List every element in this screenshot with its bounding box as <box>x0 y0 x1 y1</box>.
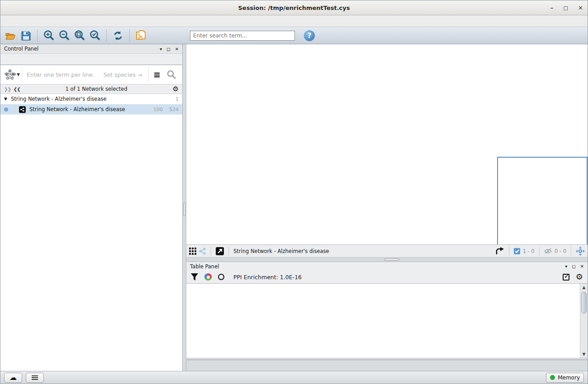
control-panel-tabs <box>0 54 182 65</box>
filter-icon[interactable] <box>191 273 198 281</box>
draw-ring-icon[interactable] <box>218 274 224 280</box>
memory-status-dot <box>550 375 555 380</box>
network-selection-status: 1 of 1 Network selected <box>20 86 173 92</box>
network-tree: ▼ String Network - Alzheimer's disease 1… <box>0 94 182 371</box>
horizontal-splitter[interactable] <box>186 258 588 262</box>
table-vertical-scrollbar[interactable]: ▲ ▼ <box>580 284 588 358</box>
zoom-fit-icon[interactable] <box>73 29 86 42</box>
birds-eye-view[interactable] <box>497 157 588 245</box>
expand-all-icon[interactable]: ❮❮ <box>14 87 20 92</box>
species-hint[interactable]: Set species → <box>103 71 148 78</box>
scroll-up-icon[interactable]: ▲ <box>580 284 588 291</box>
table-panel-collapse-icon[interactable]: ▾ <box>565 264 567 269</box>
maximize-button[interactable]: ◻ <box>563 5 568 11</box>
table-panel-close-icon[interactable]: ✕ <box>580 264 584 269</box>
application-window: Session: /tmp/enrichmentTest.cys – ◻ ✕ <box>0 0 588 384</box>
string-logo-icon[interactable]: STRING ▼ <box>2 67 22 82</box>
export-network-icon[interactable] <box>495 247 504 255</box>
string-menu-icon[interactable]: ≡ <box>153 70 161 79</box>
zoom-in-icon[interactable] <box>43 29 55 42</box>
clone-network-icon[interactable] <box>135 29 147 42</box>
string-network-icon <box>19 106 26 113</box>
network-collection-row[interactable]: ▼ String Network - Alzheimer's disease 1 <box>0 94 182 104</box>
ppi-enrichment-value: PPI Enrichment: 1.0E-16 <box>233 274 556 281</box>
network-view-title: String Network - Alzheimer's disease <box>233 248 493 254</box>
control-panel-title: Control Panel <box>4 46 160 52</box>
collapse-all-icon[interactable]: ❯❯ <box>4 87 11 92</box>
panel-collapse-icon[interactable]: ▾ <box>160 47 162 52</box>
draw-charts-icon[interactable] <box>204 273 212 281</box>
network-view-toolbar: String Network - Alzheimer's disease 1 -… <box>186 245 588 258</box>
control-panel: Control Panel ▾ ◻ ✕ STRING ▼ Enter one t… <box>0 44 183 371</box>
current-network-dot-icon <box>4 108 8 112</box>
window-title: Session: /tmp/enrichmentTest.cys <box>238 5 350 11</box>
node-count: 100 <box>153 107 163 112</box>
save-session-icon[interactable] <box>19 29 32 42</box>
refresh-icon[interactable] <box>112 29 124 42</box>
minimize-button[interactable]: – <box>550 5 554 11</box>
main-toolbar: ? <box>0 27 588 44</box>
tree-expand-icon[interactable]: ▼ <box>4 97 7 101</box>
table-settings-gear-icon[interactable]: ⚙ <box>576 273 583 281</box>
help-icon[interactable]: ? <box>304 30 315 41</box>
table-panel: Table Panel ▾ ◻ ✕ PPI Enrichment: 1.0E-1… <box>186 262 588 371</box>
network-options-gear-icon[interactable]: ⚙ <box>173 86 179 93</box>
network-row-selected[interactable]: String Network - Alzheimer's disease 100… <box>0 104 182 115</box>
title-bar: Session: /tmp/enrichmentTest.cys – ◻ ✕ <box>0 0 588 15</box>
panel-float-icon[interactable]: ◻ <box>166 47 170 52</box>
memory-button[interactable]: Memory <box>546 373 584 383</box>
table-tabs <box>186 360 588 371</box>
collection-label: String Network - Alzheimer's disease <box>11 96 169 102</box>
svg-text:STRING: STRING <box>5 73 16 76</box>
zoom-selected-icon[interactable] <box>89 29 101 42</box>
select-rows-icon[interactable] <box>563 274 569 281</box>
search-input[interactable] <box>190 31 295 41</box>
panel-divider[interactable] <box>183 44 186 371</box>
memory-label: Memory <box>558 375 580 381</box>
cloud-icon: ☁ <box>9 374 17 381</box>
edge-count: 524 <box>169 107 179 112</box>
task-list-button[interactable] <box>26 373 44 383</box>
panel-close-icon[interactable]: ✕ <box>175 47 179 52</box>
selected-count-badge: 1 - 0 <box>523 248 535 254</box>
close-button[interactable]: ✕ <box>578 5 583 11</box>
string-search-bar: STRING ▼ Enter one term per line. Set sp… <box>0 65 182 84</box>
grid-view-icon[interactable] <box>189 248 196 255</box>
cloud-button[interactable]: ☁ <box>4 373 22 383</box>
menu-bar <box>0 15 588 27</box>
hidden-nodes-icon <box>544 248 552 254</box>
scroll-down-icon[interactable]: ▼ <box>580 351 588 358</box>
string-search-icon[interactable] <box>167 70 176 79</box>
status-bar: ☁ Memory <box>0 371 588 384</box>
open-session-icon[interactable] <box>4 29 17 42</box>
hidden-count-badge: 0 - 0 <box>555 248 566 254</box>
table-panel-title: Table Panel <box>190 263 565 270</box>
string-search-placeholder[interactable]: Enter one term per line. <box>22 71 104 78</box>
network-selection-bar: ❯❯ ❮❮ 1 of 1 Network selected ⚙ <box>0 84 182 94</box>
list-icon <box>32 375 38 380</box>
zoom-out-icon[interactable] <box>58 29 71 42</box>
pan-tool-icon[interactable] <box>576 247 585 256</box>
network-label: String Network - Alzheimer's disease <box>29 106 147 112</box>
network-canvas[interactable] <box>186 44 588 245</box>
selected-nodes-icon <box>514 248 520 254</box>
open-in-window-icon[interactable] <box>216 247 224 255</box>
string-view-icon[interactable] <box>199 248 206 255</box>
scrollbar-thumb[interactable] <box>581 292 587 314</box>
enrichment-table[interactable]: ▲ ▼ <box>186 283 588 358</box>
collection-count: 1 <box>175 96 179 102</box>
table-panel-float-icon[interactable]: ◻ <box>572 264 575 269</box>
